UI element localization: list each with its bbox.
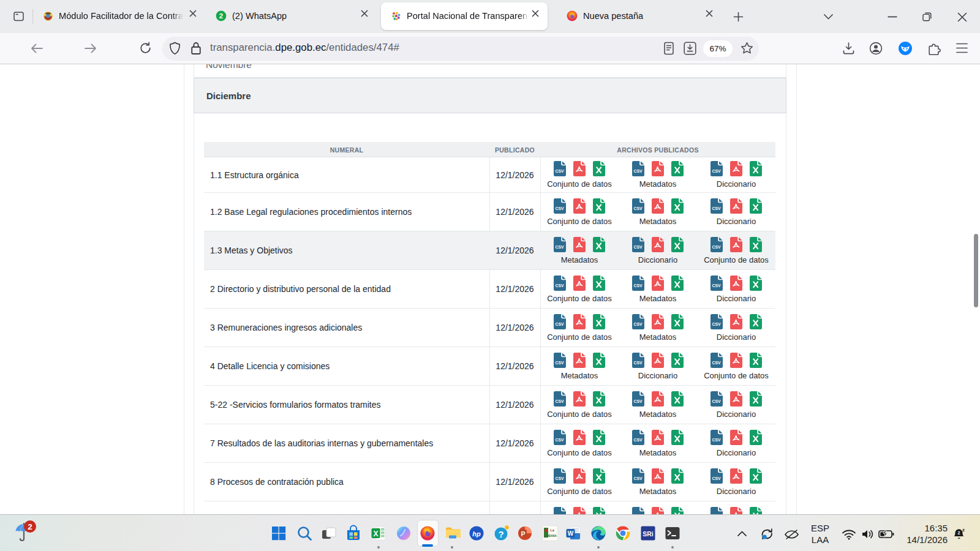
svg-text:X: X — [373, 530, 378, 538]
svg-text:La: La — [550, 528, 554, 532]
svg-text:hp: hp — [472, 530, 481, 538]
svg-text:CUBANA: CUBANA — [545, 534, 557, 538]
svg-text:W: W — [568, 530, 574, 537]
svg-text:z: z — [957, 530, 960, 536]
svg-text:SRi: SRi — [643, 530, 654, 538]
svg-text:z: z — [962, 527, 965, 533]
svg-text:P: P — [521, 530, 525, 538]
svg-text:2: 2 — [219, 12, 223, 20]
svg-text:?: ? — [498, 529, 503, 539]
